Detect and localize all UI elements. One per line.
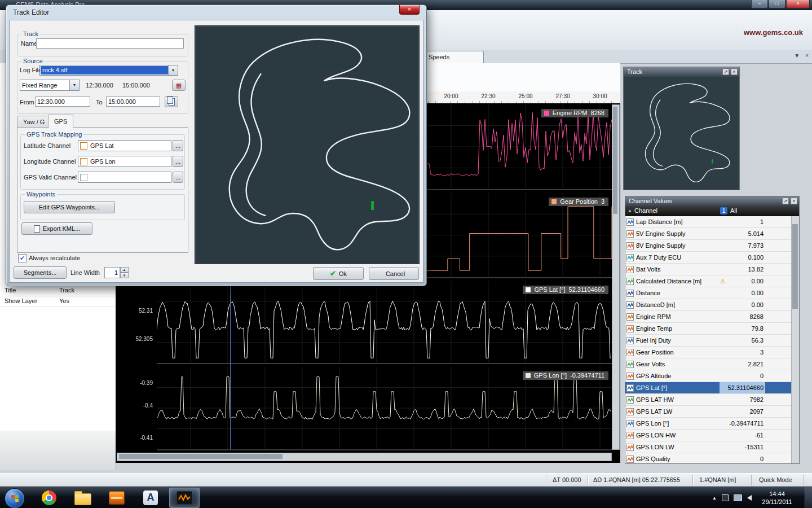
close-button[interactable]: ×	[786, 0, 810, 8]
spin-up-icon[interactable]: ▲	[120, 267, 129, 273]
tab-close-icon[interactable]: ×	[805, 52, 809, 59]
channel-badge[interactable]: GPS Lat [°] 52.31104660	[523, 286, 608, 294]
channel-row[interactable]: Aux 7 Duty ECU0.100	[625, 252, 792, 264]
channel-value: 0.00	[720, 299, 765, 310]
property-row[interactable]: Show Layer Yes	[0, 296, 116, 307]
chart-gps-lat[interactable]: GPS Lat [°] 52.31104660	[157, 281, 612, 364]
gps-valid-browse-button[interactable]: ...	[173, 172, 183, 183]
copy-range-button[interactable]	[165, 96, 178, 107]
tab-list-dropdown-icon[interactable]: ▼	[794, 52, 800, 59]
channel-row[interactable]: 8V Engine Supply7.973	[625, 240, 792, 252]
channel-row[interactable]: GPS LON HW-61	[625, 430, 792, 441]
taskbar-gems-button[interactable]	[102, 488, 132, 508]
channel-row[interactable]: Lap Distance [m]1	[625, 216, 792, 228]
scrollbar-thumb[interactable]	[119, 454, 283, 459]
taskbar-chrome-button[interactable]	[34, 488, 64, 508]
longitude-browse-button[interactable]: ...	[173, 156, 183, 167]
channel-row[interactable]: Engine RPM8268	[625, 311, 792, 323]
minimize-button[interactable]: –	[751, 0, 768, 8]
tray-status-icon[interactable]	[722, 494, 729, 501]
channel-values-header[interactable]: Channel Values ↗ ×	[625, 196, 799, 206]
channel-row[interactable]: GPS Lat [°]52.31104660	[625, 382, 792, 394]
channel-icon	[625, 444, 636, 451]
taskbar-app-button[interactable]: A	[135, 488, 166, 508]
ok-button[interactable]: ✔ Ok	[313, 267, 364, 280]
longitude-channel-input[interactable]: GPS Lon	[78, 156, 171, 167]
dialog-close-button[interactable]: ×	[399, 5, 420, 15]
always-recalculate-checkbox[interactable]: ✔	[18, 254, 27, 262]
range-mode-combo[interactable]: Fixed Range ▼	[20, 80, 80, 91]
maximize-button[interactable]: □	[769, 0, 785, 8]
vertical-scrollbar[interactable]	[612, 104, 620, 450]
volume-icon[interactable]	[747, 495, 752, 501]
cancel-button[interactable]: Cancel	[369, 267, 419, 280]
axis-label: -0.39	[116, 380, 153, 386]
column-all[interactable]: All	[730, 207, 737, 214]
time-cursor[interactable]	[230, 281, 231, 449]
to-input[interactable]	[106, 97, 160, 107]
taskbar-clock[interactable]: 14:44 29/11/2011	[757, 490, 797, 506]
channel-row[interactable]: GPS LAT LW2097	[625, 406, 792, 418]
channel-value: 7.973	[720, 240, 765, 251]
track-panel-header[interactable]: Track ↗ ×	[624, 67, 739, 77]
spin-down-icon[interactable]: ▼	[120, 273, 129, 278]
network-icon[interactable]	[734, 494, 742, 501]
waveform-app-icon	[176, 491, 192, 505]
always-recalculate-label: Always recalculate	[29, 255, 80, 261]
show-desktop-button[interactable]	[805, 487, 812, 508]
close-icon[interactable]: ×	[791, 198, 797, 204]
channel-badge[interactable]: GPS Lon [°] -0.39474711	[523, 371, 608, 380]
channel-row[interactable]: GPS Altitude0	[625, 370, 792, 382]
channel-row[interactable]: Calculated Distance [m]⚠0.00	[625, 275, 792, 287]
track-name-input[interactable]	[36, 38, 184, 49]
tab-gps[interactable]: GPS	[48, 115, 73, 128]
column-channel[interactable]: Channel	[634, 207, 657, 214]
channel-row[interactable]: DistanceD [m]0.00	[625, 299, 792, 311]
latitude-channel-input[interactable]: GPS Lat	[78, 140, 171, 151]
log-file-combo[interactable]: rock 4.stf ▼	[39, 65, 178, 76]
channel-badge-value: 3	[601, 198, 604, 205]
channel-table-header[interactable]: ▲ Channel 1 All	[625, 206, 799, 216]
line-width-input[interactable]	[104, 267, 120, 278]
sort-ascending-icon[interactable]: ▲	[628, 208, 632, 213]
horizontal-scrollbar[interactable]	[117, 453, 612, 461]
channel-table-body: Lap Distance [m]15V Engine Supply5.0148V…	[625, 216, 792, 463]
channel-row[interactable]: GPS LAT HW7982	[625, 394, 792, 406]
taskbar-explorer-button[interactable]	[68, 488, 98, 508]
channel-badge[interactable]: Engine RPM 8268	[541, 109, 608, 117]
line-width-spinner[interactable]: ▲ ▼	[120, 267, 129, 278]
export-kml-button[interactable]: Export KML...	[21, 222, 92, 235]
status-delta-d: ΔD 1.#QNAN [m] 05:22.775655	[593, 476, 680, 483]
scrollbar-thumb[interactable]	[792, 224, 798, 309]
from-input[interactable]	[35, 97, 90, 107]
gps-valid-channel-input[interactable]	[78, 172, 171, 183]
popout-icon[interactable]: ↗	[782, 198, 789, 204]
popout-icon[interactable]: ↗	[722, 68, 729, 75]
channel-row[interactable]: GPS Lon [°]-0.39474711	[625, 418, 792, 430]
channel-scrollbar[interactable]	[791, 216, 799, 463]
channel-row[interactable]: Gear Volts2.821	[625, 358, 792, 370]
channel-row[interactable]: Engine Temp79.8	[625, 323, 792, 335]
property-row[interactable]: Title Track	[0, 285, 116, 296]
tab-yaw-g[interactable]: Yaw / G	[17, 116, 51, 128]
start-button[interactable]	[5, 488, 25, 508]
segments-button[interactable]: Segments...	[14, 266, 67, 279]
taskbar-data-analysis-button-active[interactable]	[169, 488, 200, 508]
dropdown-icon[interactable]: ▼	[69, 80, 79, 90]
channel-row[interactable]: Distance0.00	[625, 287, 792, 299]
tray-expand-icon[interactable]: ▲	[712, 496, 717, 501]
channel-row[interactable]: GPS Quality0	[625, 453, 792, 463]
channel-row[interactable]: Gear Position3	[625, 347, 792, 358]
channel-row[interactable]: Bat Volts13.82	[625, 264, 792, 275]
time-range-button[interactable]: ▦	[172, 80, 186, 91]
channel-badge[interactable]: Gear Position 3	[549, 198, 608, 206]
chart-gps-lon[interactable]: GPS Lon [°] -0.39474711	[157, 367, 612, 450]
scrollbar-thumb[interactable]	[613, 107, 617, 214]
close-icon[interactable]: ×	[731, 68, 738, 75]
dropdown-icon[interactable]: ▼	[168, 65, 178, 75]
latitude-browse-button[interactable]: ...	[173, 140, 183, 151]
channel-row[interactable]: 5V Engine Supply5.014	[625, 228, 792, 240]
channel-row[interactable]: GPS LON LW-15311	[625, 441, 792, 453]
channel-row[interactable]: Fuel Inj Duty56.3	[625, 335, 792, 347]
edit-gps-waypoints-button[interactable]: Edit GPS Waypoints...	[24, 201, 115, 213]
